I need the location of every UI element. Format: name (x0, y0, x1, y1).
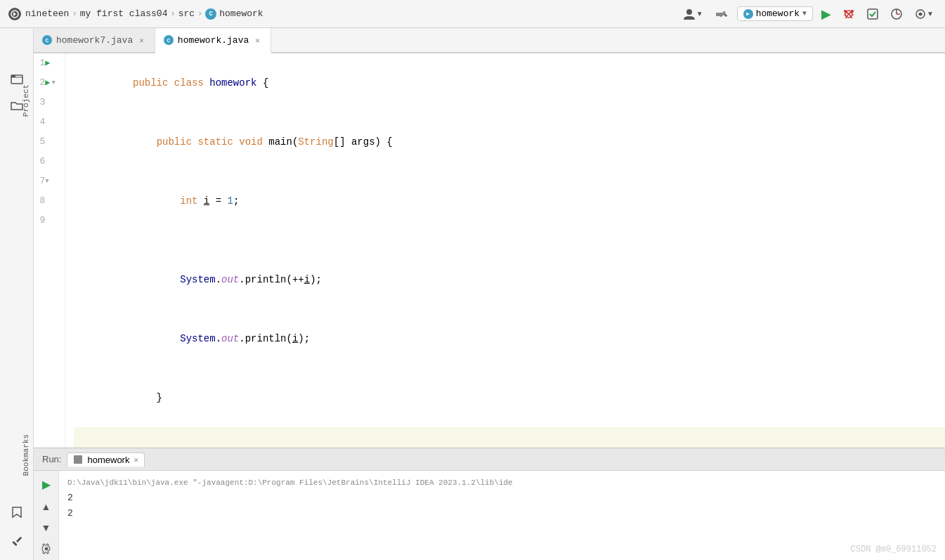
code-content[interactable]: public class homework { public static vo… (65, 53, 945, 448)
svg-rect-12 (11, 75, 15, 77)
debug-button[interactable] (840, 5, 858, 23)
kw-public-1: public (133, 77, 168, 89)
tab-homework7[interactable]: C homework7.java ✕ (34, 28, 155, 52)
line-num-7: 7 (34, 171, 45, 191)
fold-indicator-7[interactable]: ▼ (45, 171, 48, 191)
fn-println-1: println (245, 274, 287, 285)
cn-system-2: System (180, 333, 215, 344)
sf-out: out (221, 274, 239, 285)
fold-indicator-2[interactable]: ▼ (52, 73, 56, 93)
fn-main: main (268, 136, 292, 148)
more-button[interactable]: ▼ (911, 5, 937, 23)
code-line-6: System.out.println(i); (74, 309, 945, 368)
run-indicator-1[interactable]: ▶ (45, 53, 50, 73)
build-button[interactable] (712, 4, 731, 24)
line-num-9: 9 (34, 211, 45, 230)
gutter-icons-1: ▶ (45, 53, 59, 73)
breadcrumb-sep-0: › (72, 9, 77, 19)
tab-homework-close[interactable]: ✕ (253, 35, 262, 46)
kw-public-2: public (157, 136, 192, 148)
run-config-label: homework (756, 8, 800, 19)
kw-class: class (174, 77, 204, 89)
run-tab-close[interactable]: ✕ (133, 455, 138, 464)
run-sidebar-btns: ▶ ▲ ▼ (34, 471, 59, 560)
code-line-5: System.out.println(++i); (74, 250, 945, 309)
svg-rect-13 (12, 541, 18, 547)
profiler-button[interactable] (887, 5, 906, 23)
breadcrumb-sep-2: › (197, 9, 202, 19)
run-output-line-2: 2 (67, 506, 937, 521)
line-num-3: 3 (34, 93, 45, 112)
var-i: i (204, 195, 209, 207)
titlebar: nineteen › my first class04 › src › C ho… (0, 0, 945, 28)
run-button[interactable]: ▶ (819, 4, 834, 25)
gutter-icons-7: ▼ (45, 171, 59, 191)
svg-point-15 (44, 547, 48, 551)
breadcrumb-src[interactable]: src (178, 8, 195, 19)
account-button[interactable]: ▼ (679, 4, 706, 24)
gutter-2: 2 ▶ ▼ (34, 73, 59, 93)
line-num-6: 6 (34, 152, 45, 171)
app-icon (8, 8, 21, 20)
gutter-5: 5 (34, 132, 59, 152)
watermark: CSDN @m0_69911052 (851, 545, 937, 554)
tab-homework-icon: C (164, 35, 174, 45)
run-indicator-2[interactable]: ▶ (45, 73, 50, 93)
run-output: D:\Java\jdk11\bin\java.exe "-javaagent:D… (59, 471, 945, 560)
run-tab-label: homework (87, 455, 129, 465)
code-line-8: } (74, 427, 945, 448)
line-num-5: 5 (34, 132, 45, 152)
code-line-7: } (74, 368, 945, 427)
line-numbers: 1 ▶ 2 ▶ ▼ 3 (34, 53, 65, 448)
line-num-2: 2 (34, 73, 45, 93)
run-panel-run-label: Run: (42, 454, 61, 464)
gutter-7: 7 ▼ (34, 171, 59, 191)
breadcrumb-class04[interactable]: my first class04 (80, 8, 168, 19)
bookmarks-label[interactable]: Bookmarks (22, 434, 30, 476)
var-i-2: i (304, 274, 310, 285)
tab-homework7-close[interactable]: ✕ (137, 35, 146, 46)
gutter-8: 8 (34, 191, 59, 211)
titlebar-actions: ▼ ▶ homework ▼ ▶ (679, 4, 937, 25)
line-num-1: 1 (34, 53, 45, 73)
cn-system: System (180, 274, 215, 285)
scroll-down-btn[interactable]: ▼ (39, 519, 54, 536)
wrench-btn[interactable] (4, 529, 30, 554)
num-1: 1 (227, 195, 233, 207)
breadcrumb-homework[interactable]: homework (219, 8, 263, 19)
run-config-icon: ▶ (743, 9, 753, 19)
run-config-dropdown-icon: ▼ (802, 10, 807, 18)
kw-string: String (298, 136, 333, 148)
gutter-4: 4 (34, 112, 59, 132)
svg-rect-8 (868, 9, 878, 19)
fn-println-2: println (245, 333, 287, 344)
run-panel-header: Run: homework ✕ (34, 448, 945, 471)
svg-rect-14 (74, 455, 82, 464)
run-tab-homework[interactable]: homework ✕ (67, 452, 145, 467)
gutter-1: 1 ▶ (34, 53, 59, 73)
editor-area: C homework7.java ✕ C homework.java ✕ 1 ▶ (34, 28, 945, 560)
code-line-3: int i = 1; (74, 171, 945, 230)
run-play-btn[interactable]: ▶ (39, 475, 53, 494)
sf-out-2: out (221, 333, 239, 344)
breadcrumb-nineteen[interactable]: nineteen (25, 8, 69, 19)
project-label[interactable]: Project (22, 84, 30, 117)
run-settings-btn[interactable] (38, 540, 55, 557)
breadcrumb: nineteen › my first class04 › src › C ho… (25, 8, 263, 20)
gutter-3: 3 (34, 93, 59, 112)
code-editor[interactable]: 1 ▶ 2 ▶ ▼ 3 (34, 53, 945, 448)
svg-point-1 (686, 9, 692, 15)
run-panel-body: ▶ ▲ ▼ D:\Java\jdk11\bin\java.exe "-javaa (34, 471, 945, 560)
tab-homework[interactable]: C homework.java ✕ (155, 28, 271, 53)
scroll-up-btn[interactable]: ▲ (39, 498, 54, 515)
main-area: Project Bookmarks (0, 28, 945, 560)
cn-homework: homework (209, 77, 256, 89)
tab-homework-label: homework.java (178, 35, 249, 46)
coverage-button[interactable] (863, 5, 882, 23)
run-config-selector[interactable]: ▶ homework ▼ (737, 6, 813, 21)
run-panel: Run: homework ✕ ▶ ▲ ▼ (34, 448, 945, 560)
gutter-9: 9 (34, 211, 59, 230)
gutter-icons-2: ▶ ▼ (45, 73, 59, 93)
bookmarks-btn[interactable] (4, 500, 30, 525)
kw-static: static (197, 136, 233, 148)
